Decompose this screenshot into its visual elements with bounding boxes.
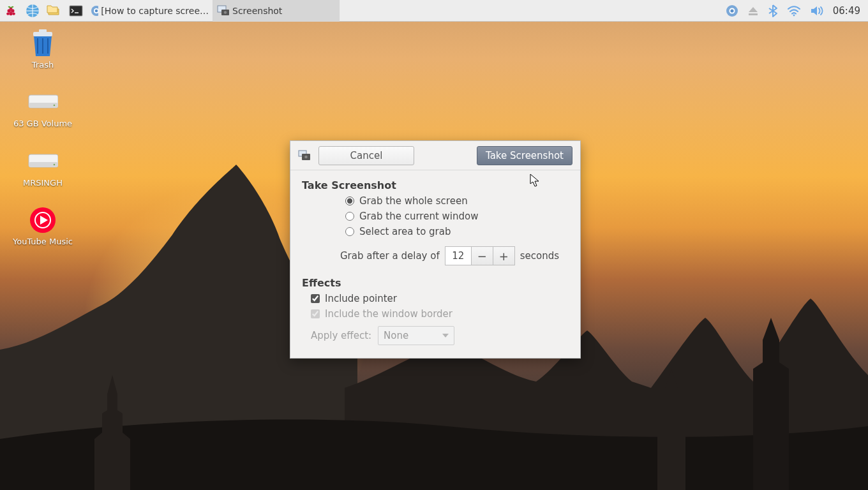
desktop-icon-volume[interactable]: 63 GB Volume bbox=[8, 87, 78, 129]
task-label: [How to capture scree… bbox=[101, 6, 209, 16]
section-title-effects: Effects bbox=[302, 277, 569, 289]
launcher-terminal[interactable] bbox=[65, 0, 87, 22]
cancel-button[interactable]: Cancel bbox=[318, 146, 414, 165]
launcher-web[interactable] bbox=[22, 0, 43, 22]
svg-rect-17 bbox=[749, 13, 758, 15]
chromium-icon bbox=[726, 4, 738, 17]
radio-whole-screen[interactable]: Grab the whole screen bbox=[345, 195, 569, 207]
desktop-icon-label: YouTube Music bbox=[13, 237, 73, 247]
radio-label: Grab the current window bbox=[359, 211, 478, 222]
desktop-icon-mrsingh[interactable]: MRSINGH bbox=[8, 146, 78, 188]
button-label: Take Screenshot bbox=[486, 150, 564, 161]
delay-prefix: Grab after a delay of bbox=[340, 250, 440, 262]
wifi-icon bbox=[787, 5, 801, 17]
desktop-icon-label: Trash bbox=[32, 60, 54, 70]
section-title-take: Take Screenshot bbox=[302, 179, 569, 191]
apply-effect-select: None bbox=[378, 326, 454, 345]
screenshot-task-icon bbox=[217, 5, 230, 17]
svg-point-18 bbox=[793, 14, 795, 16]
globe-icon bbox=[25, 3, 40, 19]
menu-raspberry[interactable] bbox=[0, 0, 22, 22]
trash-icon bbox=[29, 28, 57, 59]
bluetooth-icon bbox=[768, 4, 778, 17]
delay-row: Grab after a delay of 12 − + seconds bbox=[340, 246, 569, 265]
radio-input[interactable] bbox=[345, 227, 354, 236]
select-value: None bbox=[384, 330, 408, 341]
svg-point-26 bbox=[54, 163, 56, 165]
desktop-icon-trash[interactable]: Trash bbox=[8, 28, 78, 70]
svg-rect-19 bbox=[33, 32, 52, 36]
launcher-files[interactable] bbox=[43, 0, 65, 22]
tray-wifi[interactable] bbox=[787, 5, 801, 17]
drive-icon bbox=[27, 91, 58, 113]
folders-icon bbox=[47, 4, 62, 18]
tray-bluetooth[interactable] bbox=[768, 4, 778, 17]
radio-label: Grab the whole screen bbox=[359, 195, 468, 207]
svg-point-4 bbox=[12, 12, 15, 15]
svg-point-13 bbox=[224, 11, 227, 13]
speaker-icon bbox=[810, 5, 824, 17]
svg-rect-7 bbox=[70, 6, 82, 16]
tray-eject[interactable] bbox=[747, 5, 759, 17]
checkbox-input bbox=[311, 309, 320, 318]
delay-decrement[interactable]: − bbox=[472, 246, 493, 265]
svg-point-2 bbox=[9, 11, 13, 15]
desktop[interactable]: Trash 63 GB Volume MRSINGH YouTube Music bbox=[0, 22, 868, 490]
svg-point-3 bbox=[6, 12, 9, 15]
youtube-music-icon bbox=[29, 206, 57, 234]
take-screenshot-button[interactable]: Take Screenshot bbox=[477, 146, 572, 165]
svg-point-23 bbox=[54, 105, 56, 107]
apply-effect-label: Apply effect: bbox=[311, 330, 371, 341]
drive-icon bbox=[27, 151, 58, 172]
svg-point-10 bbox=[95, 9, 98, 12]
terminal-icon bbox=[68, 4, 84, 18]
raspberry-icon bbox=[4, 4, 18, 18]
task-browser[interactable]: [How to capture scree… bbox=[87, 0, 213, 22]
dialog-header: Cancel Take Screenshot bbox=[290, 141, 580, 170]
radio-select-area[interactable]: Select area to grab bbox=[345, 226, 569, 237]
screenshot-dialog: Cancel Take Screenshot Take Screenshot G… bbox=[290, 140, 581, 359]
chromium-icon bbox=[91, 5, 98, 17]
task-label: Screenshot bbox=[232, 6, 282, 16]
desktop-icon-label: MRSINGH bbox=[23, 178, 63, 188]
clock[interactable]: 06:49 bbox=[833, 5, 860, 17]
delay-value[interactable]: 12 bbox=[445, 246, 472, 265]
checkbox-input[interactable] bbox=[311, 294, 320, 303]
radio-label: Select area to grab bbox=[359, 226, 451, 237]
tray-chromium[interactable] bbox=[726, 4, 738, 17]
svg-rect-20 bbox=[39, 29, 47, 33]
button-label: Cancel bbox=[350, 150, 383, 161]
radio-current-window[interactable]: Grab the current window bbox=[345, 211, 569, 222]
delay-suffix: seconds bbox=[520, 250, 559, 262]
delay-increment[interactable]: + bbox=[493, 246, 515, 265]
delay-spinner: 12 − + bbox=[445, 246, 515, 265]
checkbox-include-border: Include the window border bbox=[311, 308, 569, 320]
desktop-icon-label: 63 GB Volume bbox=[13, 119, 72, 129]
eject-icon bbox=[747, 5, 759, 17]
checkbox-include-pointer[interactable]: Include pointer bbox=[311, 293, 569, 304]
apply-effect-row: Apply effect: None bbox=[311, 326, 569, 345]
task-screenshot[interactable]: Screenshot bbox=[213, 0, 340, 22]
checkbox-label: Include the window border bbox=[325, 308, 453, 320]
radio-input[interactable] bbox=[345, 212, 354, 221]
tray-volume[interactable] bbox=[810, 5, 824, 17]
svg-point-16 bbox=[730, 9, 733, 12]
svg-point-37 bbox=[304, 155, 308, 158]
screenshot-icon bbox=[298, 149, 311, 162]
radio-input[interactable] bbox=[345, 197, 354, 205]
taskbar: [How to capture scree… Screenshot 06:49 bbox=[0, 0, 868, 22]
checkbox-label: Include pointer bbox=[325, 293, 397, 304]
desktop-icon-ytmusic[interactable]: YouTube Music bbox=[8, 205, 78, 247]
chevron-down-icon bbox=[442, 334, 449, 338]
